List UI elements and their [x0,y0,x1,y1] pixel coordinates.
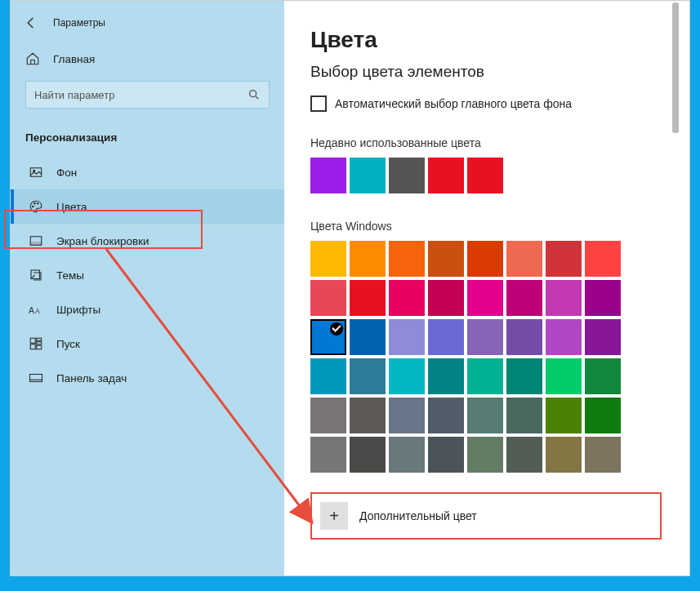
themes-icon [29,268,43,282]
svg-text:A: A [29,305,34,315]
sidebar-item-lockscreen[interactable]: Экран блокировки [11,224,284,258]
windows-color-swatch[interactable] [389,319,425,355]
svg-point-0 [250,91,256,97]
windows-colors-grid [310,241,670,473]
home-link[interactable]: Главная [11,43,284,74]
windows-color-swatch[interactable] [506,398,542,433]
scrollbar[interactable] [672,2,679,133]
windows-color-swatch[interactable] [546,398,582,433]
picture-icon [29,165,43,180]
taskbar-icon [29,371,43,385]
fonts-icon: A A [29,302,43,317]
titlebar: Параметры [11,9,284,43]
recent-color-swatch[interactable] [467,158,503,193]
auto-color-checkbox[interactable] [310,96,327,112]
windows-color-swatch[interactable] [546,241,582,277]
sidebar-item-label: Шрифты [56,304,100,316]
windows-color-swatch[interactable] [467,319,503,355]
windows-color-swatch[interactable] [506,319,542,355]
windows-color-swatch[interactable] [350,241,386,277]
windows-color-swatch[interactable] [428,437,464,473]
lockscreen-icon [29,233,43,248]
windows-color-swatch[interactable] [467,358,503,394]
section-label: Персонализация [11,123,284,155]
recent-color-swatch[interactable] [428,158,464,193]
sidebar-item-taskbar[interactable]: Панель задач [11,361,284,395]
recent-color-swatch[interactable] [310,158,346,193]
windows-color-swatch[interactable] [546,358,582,394]
search-box[interactable] [25,81,270,109]
windows-color-swatch[interactable] [310,319,346,355]
windows-color-swatch[interactable] [310,280,346,316]
windows-color-swatch[interactable] [389,398,425,433]
windows-color-swatch[interactable] [310,241,346,277]
windows-color-swatch[interactable] [546,319,582,355]
windows-color-swatch[interactable] [350,280,386,316]
auto-color-label: Автоматический выбор главного цвета фона [335,97,572,110]
windows-color-swatch[interactable] [467,280,503,316]
windows-color-swatch[interactable] [506,437,542,473]
sidebar-item-start[interactable]: Пуск [11,327,284,361]
sidebar-item-label: Экран блокировки [56,235,149,247]
recent-color-swatch[interactable] [389,158,425,193]
windows-color-swatch[interactable] [506,280,542,316]
windows-color-swatch[interactable] [506,358,542,394]
svg-rect-14 [30,344,35,349]
windows-color-swatch[interactable] [428,358,464,394]
windows-color-swatch[interactable] [428,241,464,277]
windows-color-swatch[interactable] [467,437,503,473]
windows-color-swatch[interactable] [389,241,425,277]
windows-color-swatch[interactable] [585,398,621,433]
windows-color-swatch[interactable] [585,437,621,473]
settings-window: Параметры Главная Персонализация Ф [10,0,690,576]
sidebar-item-background[interactable]: Фон [11,155,284,189]
windows-color-swatch[interactable] [310,358,346,394]
windows-color-swatch[interactable] [428,398,464,433]
search-input[interactable] [34,89,247,101]
windows-color-swatch[interactable] [585,241,621,277]
windows-color-swatch[interactable] [389,358,425,394]
windows-color-swatch[interactable] [428,319,464,355]
recent-color-swatch[interactable] [350,158,386,193]
main-content: Цвета Выбор цвета элементов Автоматическ… [284,1,689,575]
windows-color-swatch[interactable] [467,398,503,433]
auto-color-row[interactable]: Автоматический выбор главного цвета фона [310,96,670,112]
windows-color-swatch[interactable] [428,280,464,316]
back-icon[interactable] [24,16,38,30]
windows-color-swatch[interactable] [585,358,621,394]
sidebar: Параметры Главная Персонализация Ф [11,1,284,575]
windows-color-swatch[interactable] [310,398,346,433]
sidebar-item-label: Темы [56,269,84,282]
palette-icon [29,199,43,214]
windows-color-swatch[interactable] [585,280,621,316]
svg-text:A: A [35,308,40,315]
windows-color-swatch[interactable] [350,319,386,355]
sidebar-item-label: Панель задач [56,372,127,384]
custom-color-button[interactable]: + Дополнительный цвет [310,492,662,540]
window-title: Параметры [53,17,105,29]
svg-rect-15 [37,345,42,349]
svg-point-3 [33,206,34,207]
svg-rect-11 [30,338,35,343]
windows-color-swatch[interactable] [467,241,503,277]
sidebar-item-themes[interactable]: Темы [11,258,284,292]
windows-color-swatch[interactable] [389,437,425,473]
sidebar-item-colors[interactable]: Цвета [11,189,284,224]
windows-color-swatch[interactable] [310,437,346,473]
sidebar-item-label: Пуск [56,338,80,350]
recent-colors-label: Недавно использованные цвета [310,136,670,149]
windows-color-swatch[interactable] [546,437,582,473]
windows-color-swatch[interactable] [389,280,425,316]
windows-color-swatch[interactable] [506,241,542,277]
windows-color-swatch[interactable] [350,358,386,394]
home-icon [25,51,40,66]
sidebar-item-fonts[interactable]: A A Шрифты [11,292,284,327]
search-icon [247,88,261,101]
windows-color-swatch[interactable] [585,319,621,355]
windows-color-swatch[interactable] [546,280,582,316]
windows-color-swatch[interactable] [350,437,386,473]
home-label: Главная [53,53,95,65]
svg-point-2 [33,170,35,171]
windows-color-swatch[interactable] [350,398,386,433]
svg-rect-16 [30,375,42,382]
